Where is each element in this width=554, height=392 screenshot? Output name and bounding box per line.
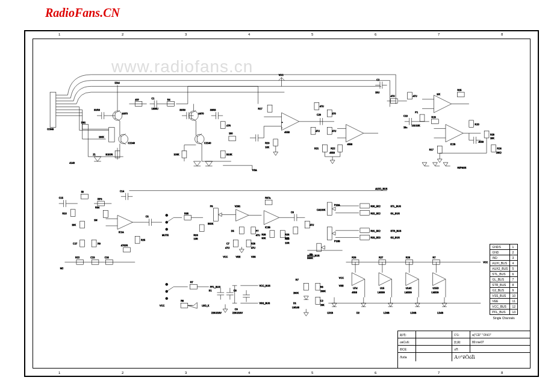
svg-rect-48 [314,103,319,110]
svg-rect-162 [327,202,332,215]
svg-rect-147 [270,231,275,238]
svg-text:AUX1_BUS: AUX1_BUS [375,187,388,190]
svg-text:18K: 18K [72,223,76,226]
svg-point-182 [166,283,168,285]
svg-text:C9: C9 [235,308,238,311]
svg-text:LM148: LM148 [292,306,299,309]
svg-rect-52 [327,128,332,135]
svg-rect-175 [360,235,370,240]
svg-text:G2_BUS: G2_BUS [390,236,400,239]
svg-text:P7: P7 [256,229,259,232]
svg-text:4148: 4148 [69,161,75,164]
connector-title: Single Channels [490,315,518,320]
svg-rect-171 [360,211,370,216]
svg-rect-123 [184,215,191,220]
svg-rect-132 [239,227,244,234]
svg-text:STL_BUS: STL_BUS [390,205,401,208]
svg-text:4558: 4558 [347,143,352,146]
svg-rect-169 [360,204,370,208]
svg-text:R37a: R37a [265,196,271,199]
svg-text:10K: 10K [490,137,494,140]
svg-text:LD4B: LD4B [437,311,443,314]
svg-point-6 [119,134,128,144]
svg-text:VSA: VSA [252,169,257,172]
svg-text:E1: E1 [209,289,212,292]
svg-text:CON8: CON8 [47,128,54,131]
tb-r3c1: ФСЕ: [398,346,416,352]
svg-text:47U: 47U [251,246,255,249]
svg-text:3/K: 3/K [437,93,440,96]
svg-text:C23: C23 [90,256,95,259]
svg-text:V2B1: V2B1 [235,205,240,208]
svg-rect-114 [123,247,131,252]
svg-text:R28: R28 [406,256,410,259]
svg-text:U7d: U7d [353,287,357,290]
svg-text:D5: D5 [231,229,234,232]
svg-text:10U10K: 10U10K [412,124,420,127]
svg-text:B10K: B10K [226,153,232,156]
svg-text:47U: 47U [332,129,336,132]
svg-text:LD1B: LD1B [327,311,333,314]
svg-text:R25: R25 [141,238,145,241]
svg-text:P8: P8 [210,205,213,208]
svg-text:4558: 4558 [352,291,357,294]
svg-rect-32 [229,136,236,141]
svg-rect-125 [199,225,204,232]
svg-text:CA100K: CA100K [317,208,326,211]
svg-text:R23: R23 [432,116,436,119]
ruler-col: 3 [185,371,187,375]
svg-rect-78 [484,131,489,138]
svg-text:100K: 100K [99,135,104,138]
svg-point-121 [166,228,168,231]
svg-rect-185 [190,284,198,289]
svg-rect-173 [360,228,370,233]
svg-text:C2: C2 [376,78,379,81]
svg-text:47U: 47U [316,129,320,132]
ic2a: 4558 R224558 R21 [314,125,378,164]
svg-text:R7: R7 [433,256,436,259]
svg-text:4558: 4558 [329,151,335,154]
svg-rect-156 [293,227,298,234]
connector-j1 [50,92,56,127]
svg-text:VCC: VCC [483,261,488,264]
title-block: 邮号: O'1: a("CD" "ONO" oaCu6: 比例: 80:me07… [397,331,530,368]
ruler-col: 1 [58,371,60,375]
ruler-col: 3 [185,33,187,36]
svg-text:VCC: VCC [279,73,284,76]
svg-text:IC1A: IC1A [119,231,124,234]
svg-text:R30_5K2: R30_5K2 [370,205,380,208]
svg-text:R6: R6 [181,299,184,302]
svg-point-184 [166,297,168,300]
tb-r3c2 [416,346,452,352]
ruler-col: 5 [311,371,313,375]
svg-rect-38 [267,105,272,113]
svg-point-22 [195,134,204,144]
svg-rect-150 [281,231,285,238]
svg-text:C5: C5 [146,215,149,218]
svg-text:P1: P1 [415,111,418,114]
svg-text:1800U: 1800U [151,107,158,110]
tb-r3c3: uП: [452,346,470,352]
svg-rect-140 [246,240,251,247]
svg-text:G1_BUS: G1_BUS [390,212,400,215]
tb-r4c2 [416,353,452,361]
svg-text:B50K: B50K [307,257,313,260]
svg-text:C13: C13 [403,114,408,117]
svg-text:LM339: LM339 [432,291,439,294]
svg-text:M2: M2 [60,267,63,270]
svg-text:R22: R22 [331,147,335,150]
tb-r1c2 [416,331,452,338]
svg-text:R6: R6 [320,285,323,288]
svg-text:47U: 47U [320,105,324,108]
svg-text:C7: C7 [226,242,229,245]
svg-text:56: 56 [81,190,84,193]
svg-text:Z1: Z1 [93,153,96,156]
svg-text:VCC: VCC [223,255,228,258]
svg-text:C17: C17 [73,242,77,245]
svg-text:33/63: 33/63 [179,108,185,111]
svg-text:STR_BUS: STR_BUS [390,229,401,232]
svg-text:+: + [282,120,284,123]
svg-text:R25: R25 [457,89,461,92]
svg-text:R35: R35 [184,212,188,215]
svg-text:RP3: RP3 [98,198,102,201]
